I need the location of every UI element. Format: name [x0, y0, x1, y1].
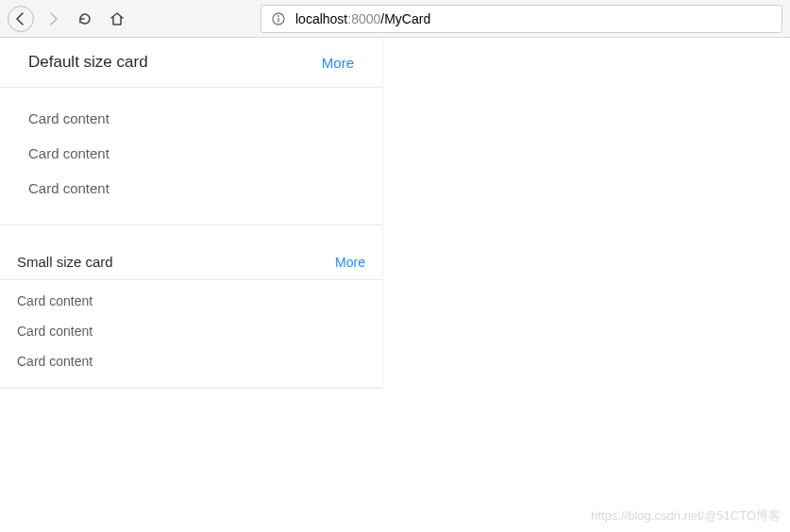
spacer — [0, 225, 382, 244]
url-text: localhost:8000/MyCard — [295, 11, 430, 26]
card-content-line: Card content — [28, 110, 354, 126]
nav-buttons — [8, 6, 130, 32]
card-default: Default size card More Card content Card… — [0, 38, 382, 225]
card-extra-link[interactable]: More — [322, 55, 354, 71]
url-path: /MyCard — [380, 11, 430, 26]
browser-toolbar: localhost:8000/MyCard — [0, 0, 790, 38]
card-title: Small size card — [17, 254, 113, 270]
home-button[interactable] — [104, 6, 130, 32]
card-extra-link[interactable]: More — [335, 255, 365, 270]
card-body: Card content Card content Card content — [0, 88, 382, 224]
card-head: Default size card More — [0, 38, 382, 88]
card-content-line: Card content — [28, 145, 354, 161]
svg-point-1 — [277, 15, 279, 17]
card-head: Small size card More — [0, 244, 382, 280]
reload-icon — [77, 11, 92, 26]
url-port: :8000 — [347, 11, 380, 26]
cards-column: Default size card More Card content Card… — [0, 38, 383, 389]
url-bar[interactable]: localhost:8000/MyCard — [261, 5, 782, 33]
reload-button[interactable] — [72, 6, 98, 32]
card-content-line: Card content — [17, 293, 365, 308]
card-content-line: Card content — [17, 354, 365, 369]
home-icon — [109, 11, 125, 26]
card-small: Small size card More Card content Card c… — [0, 244, 382, 389]
arrow-right-icon — [45, 11, 60, 26]
forward-button[interactable] — [40, 6, 66, 32]
card-body: Card content Card content Card content — [0, 280, 382, 388]
info-icon[interactable] — [271, 11, 286, 26]
card-title: Default size card — [28, 53, 148, 72]
arrow-left-icon — [13, 11, 28, 26]
svg-rect-2 — [277, 18, 278, 23]
card-content-line: Card content — [28, 180, 354, 196]
page-content: Default size card More Card content Card… — [0, 38, 790, 389]
url-host: localhost — [295, 11, 347, 26]
back-button[interactable] — [8, 6, 34, 32]
watermark: https://blog.csdn.net/@51CTO博客 — [591, 507, 781, 524]
card-content-line: Card content — [17, 324, 365, 339]
